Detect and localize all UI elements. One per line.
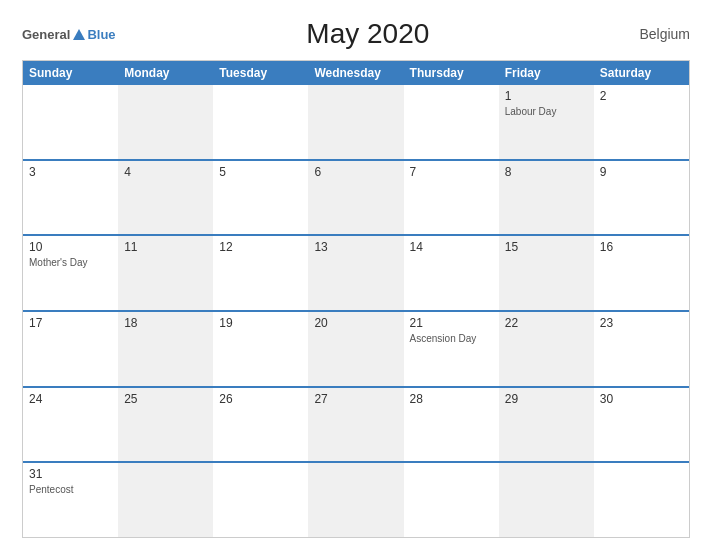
day-number: 29 [505,392,588,406]
day-number: 19 [219,316,302,330]
day-number: 9 [600,165,683,179]
day-number: 30 [600,392,683,406]
cal-cell [404,85,499,159]
cal-cell: 16 [594,236,689,310]
day-number: 20 [314,316,397,330]
week-row-2: 10Mother's Day111213141516 [23,234,689,310]
cal-cell: 13 [308,236,403,310]
cal-cell: 15 [499,236,594,310]
cal-cell: 3 [23,161,118,235]
page: GeneralBlue May 2020 Belgium SundayMonda… [0,0,712,550]
week-row-5: 31Pentecost [23,461,689,537]
day-number: 21 [410,316,493,330]
cal-cell [308,85,403,159]
day-number: 15 [505,240,588,254]
cal-cell: 31Pentecost [23,463,118,537]
day-number: 10 [29,240,112,254]
cal-cell: 18 [118,312,213,386]
cal-cell: 29 [499,388,594,462]
col-header-saturday: Saturday [594,61,689,85]
holiday-label: Pentecost [29,483,112,496]
calendar-header: GeneralBlue May 2020 Belgium [22,18,690,50]
cal-cell [308,463,403,537]
cal-cell: 19 [213,312,308,386]
day-number: 13 [314,240,397,254]
col-header-thursday: Thursday [404,61,499,85]
day-number: 17 [29,316,112,330]
day-number: 26 [219,392,302,406]
holiday-label: Mother's Day [29,256,112,269]
cal-cell: 10Mother's Day [23,236,118,310]
cal-cell: 28 [404,388,499,462]
week-row-3: 1718192021Ascension Day2223 [23,310,689,386]
day-number: 18 [124,316,207,330]
col-header-friday: Friday [499,61,594,85]
cal-cell: 24 [23,388,118,462]
calendar-grid: SundayMondayTuesdayWednesdayThursdayFrid… [22,60,690,538]
cal-cell: 8 [499,161,594,235]
cal-cell: 27 [308,388,403,462]
day-number: 5 [219,165,302,179]
day-number: 23 [600,316,683,330]
cal-cell: 20 [308,312,403,386]
country-label: Belgium [620,26,690,42]
cal-cell: 25 [118,388,213,462]
col-header-wednesday: Wednesday [308,61,403,85]
day-number: 6 [314,165,397,179]
day-number: 28 [410,392,493,406]
day-number: 24 [29,392,112,406]
cal-cell: 12 [213,236,308,310]
cal-cell: 2 [594,85,689,159]
day-number: 31 [29,467,112,481]
cal-cell [404,463,499,537]
day-number: 16 [600,240,683,254]
calendar-body: 1Labour Day2345678910Mother's Day1112131… [23,85,689,537]
day-number: 1 [505,89,588,103]
holiday-label: Labour Day [505,105,588,118]
logo: GeneralBlue [22,25,116,43]
day-number: 22 [505,316,588,330]
day-number: 25 [124,392,207,406]
col-header-sunday: Sunday [23,61,118,85]
day-number: 11 [124,240,207,254]
day-number: 27 [314,392,397,406]
cal-cell: 22 [499,312,594,386]
cal-cell [594,463,689,537]
day-number: 12 [219,240,302,254]
holiday-label: Ascension Day [410,332,493,345]
cal-cell: 23 [594,312,689,386]
cal-cell [23,85,118,159]
cal-cell: 14 [404,236,499,310]
cal-cell [118,85,213,159]
day-number: 3 [29,165,112,179]
day-number: 2 [600,89,683,103]
cal-cell: 17 [23,312,118,386]
cal-cell [499,463,594,537]
cal-cell: 7 [404,161,499,235]
col-header-tuesday: Tuesday [213,61,308,85]
logo-triangle-icon [73,29,85,40]
day-number: 8 [505,165,588,179]
day-number: 14 [410,240,493,254]
cal-cell: 4 [118,161,213,235]
cal-cell: 11 [118,236,213,310]
cal-cell: 5 [213,161,308,235]
cal-cell: 6 [308,161,403,235]
cal-cell: 1Labour Day [499,85,594,159]
week-row-0: 1Labour Day2 [23,85,689,159]
cal-cell: 30 [594,388,689,462]
cal-cell [118,463,213,537]
calendar-day-headers: SundayMondayTuesdayWednesdayThursdayFrid… [23,61,689,85]
col-header-monday: Monday [118,61,213,85]
cal-cell: 9 [594,161,689,235]
day-number: 7 [410,165,493,179]
calendar-title: May 2020 [116,18,620,50]
cal-cell [213,463,308,537]
cal-cell: 26 [213,388,308,462]
cal-cell: 21Ascension Day [404,312,499,386]
day-number: 4 [124,165,207,179]
week-row-1: 3456789 [23,159,689,235]
cal-cell [213,85,308,159]
week-row-4: 24252627282930 [23,386,689,462]
